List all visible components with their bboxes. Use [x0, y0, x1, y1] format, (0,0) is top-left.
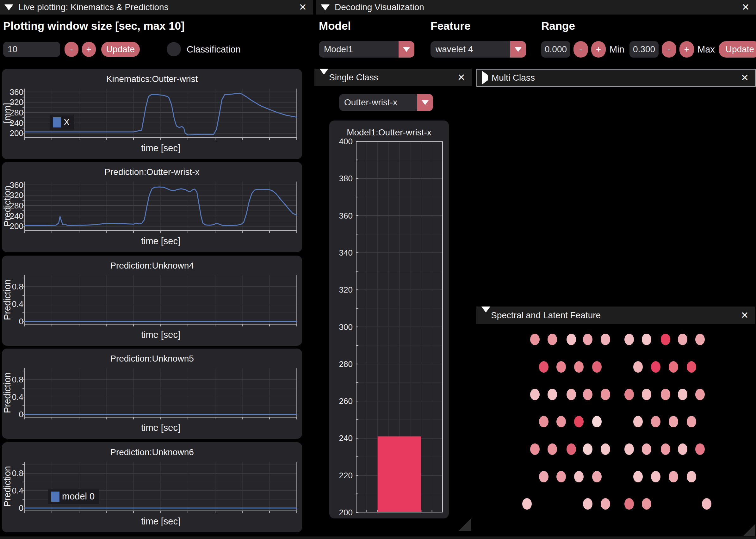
model-select-arrow-icon[interactable] [399, 41, 415, 57]
close-icon[interactable]: ✕ [457, 73, 465, 82]
resize-grip[interactable] [459, 518, 471, 531]
spectral-dot [633, 361, 643, 373]
range-max-decrement-button[interactable]: - [662, 41, 676, 57]
spectral-dot [574, 471, 584, 482]
window-size-increment-button[interactable]: + [82, 42, 96, 57]
window-size-decrement-button[interactable]: - [64, 42, 78, 57]
spectral-dot [530, 389, 540, 400]
max-label: Max [698, 44, 715, 55]
prediction-unknown6-plot[interactable]: model 0 [25, 462, 297, 511]
spectral-scatter-plot[interactable] [476, 324, 755, 533]
bar-y-axis-ticks: 400380360340320300280260240220200 [329, 141, 353, 512]
plot-title: Kinematics:Outter-wrist [2, 74, 302, 84]
min-label: Min [610, 44, 624, 55]
range-max-increment-button[interactable]: + [679, 41, 694, 57]
x-axis-label: time [sec] [25, 423, 297, 433]
range-heading: Range [541, 20, 575, 32]
classification-checkbox[interactable] [167, 42, 181, 56]
prediction-wrist-plot[interactable] [25, 182, 297, 231]
spectral-dot [548, 443, 557, 455]
plot-legend[interactable]: X [50, 115, 74, 130]
y-tick-label: 360 [10, 180, 24, 190]
feature-select-arrow-icon[interactable] [510, 41, 526, 57]
spectral-dot [661, 334, 670, 345]
spectral-dot [678, 443, 687, 455]
plot-card-kinematics: Kinematics:Outter-wrist [mm] 36032028024… [2, 69, 302, 159]
x-axis-label: time [sec] [25, 516, 297, 527]
range-min-increment-button[interactable]: + [591, 41, 606, 57]
spectral-dot [592, 361, 602, 373]
kinematics-plot[interactable]: X [25, 89, 297, 138]
y-tick-label: 0.8 [12, 468, 24, 478]
decoding-titlebar[interactable]: Decoding Visualization ✕ [316, 0, 756, 15]
spectral-dot [624, 389, 634, 400]
spectral-dot [651, 471, 660, 482]
spectral-dot [592, 416, 602, 427]
collapse-icon[interactable] [321, 4, 330, 10]
spectral-dot [583, 498, 592, 509]
window-size-update-button[interactable]: Update [101, 42, 140, 57]
y-tick-label: 360 [339, 211, 353, 221]
spectral-dot [574, 416, 584, 427]
bar-chart-card: Model1:Outter-wrist-x 400380360340320300… [329, 120, 449, 518]
y-tick-label: 360 [10, 87, 24, 97]
spectral-dot [651, 361, 660, 373]
collapse-icon[interactable] [320, 69, 328, 80]
range-min-input[interactable]: 0.000 [541, 41, 570, 57]
y-tick-label: 0.4 [12, 486, 24, 496]
range-update-button[interactable]: Update [719, 41, 756, 57]
close-icon[interactable]: ✕ [741, 73, 749, 83]
feature-select[interactable]: wavelet 4 [430, 41, 510, 57]
collapse-icon[interactable] [4, 4, 13, 10]
spectral-dot [661, 389, 670, 400]
spectral-header[interactable]: Spectral and Latent Feature ✕ [476, 307, 755, 324]
multi-class-header[interactable]: Multi Class ✕ [476, 69, 756, 87]
y-axis-ticks: 360320280240200 [8, 89, 24, 138]
y-tick-label: 200 [339, 508, 353, 517]
spectral-dot [633, 416, 643, 427]
spectral-dot [687, 361, 696, 373]
legend-swatch-x [53, 117, 61, 127]
close-icon[interactable]: ✕ [299, 3, 307, 12]
expand-icon[interactable] [482, 71, 488, 84]
spectral-dot [557, 416, 566, 427]
close-icon[interactable]: ✕ [741, 311, 749, 320]
y-tick-label: 320 [10, 191, 24, 200]
plot-title: Prediction:Outter-wrist-x [2, 167, 302, 177]
spectral-dot [557, 361, 566, 373]
spectral-dot [624, 443, 634, 455]
single-class-bar-plot[interactable] [356, 141, 443, 512]
range-max-input[interactable]: 0.300 [630, 41, 658, 57]
plot-card-unknown5: Prediction:Unknown5 Prediction 0.80.40 t… [2, 348, 302, 439]
y-axis-ticks: 0.80.40 [8, 462, 24, 511]
plot-title: Prediction:Unknown4 [2, 261, 302, 271]
range-min-decrement-button[interactable]: - [573, 41, 588, 57]
model-select[interactable]: Model1 [319, 41, 399, 57]
spectral-dot [695, 334, 705, 345]
class-select[interactable]: Outter-wrist-x [339, 94, 417, 111]
prediction-unknown4-plot[interactable] [25, 275, 297, 324]
close-icon[interactable]: ✕ [742, 3, 750, 12]
collapse-icon[interactable] [482, 307, 490, 318]
class-select-arrow-icon[interactable] [417, 94, 433, 111]
single-class-header[interactable]: Single Class ✕ [314, 69, 472, 86]
resize-grip[interactable] [743, 524, 755, 536]
x-axis-label: time [sec] [25, 236, 297, 246]
live-plotting-titlebar[interactable]: Live plotting: Kinematics & Predictions … [0, 0, 313, 15]
spectral-dot [678, 389, 687, 400]
classification-label: Classification [187, 44, 241, 55]
y-tick-label: 200 [10, 128, 24, 138]
legend-label: model 0 [62, 491, 95, 502]
plot-window-size-heading: Plotting window size [sec, max 10] [3, 20, 185, 32]
spectral-dot [530, 443, 540, 455]
plot-card-prediction-wrist: Prediction:Outter-wrist-x Prediction 360… [2, 162, 302, 252]
spectral-dot [651, 416, 660, 427]
prediction-unknown5-plot[interactable] [25, 368, 297, 417]
spectral-dot [642, 334, 651, 345]
y-tick-label: 340 [339, 248, 353, 258]
plot-legend[interactable]: model 0 [48, 489, 99, 504]
y-tick-label: 280 [10, 201, 24, 211]
window-title: Decoding Visualization [335, 2, 424, 12]
window-size-input[interactable]: 10 [3, 42, 60, 57]
model-heading: Model [319, 20, 351, 32]
